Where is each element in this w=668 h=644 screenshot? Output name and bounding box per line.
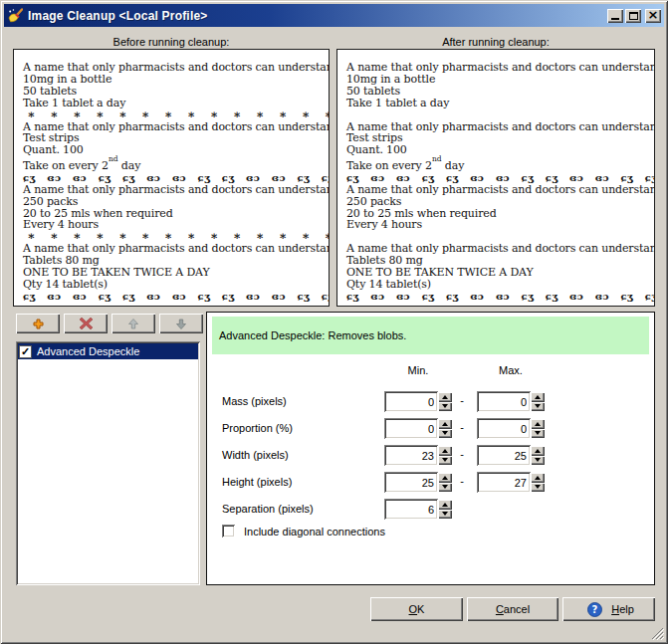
help-icon: ?	[587, 602, 602, 617]
width-row: Width (pixels)-	[207, 445, 654, 466]
list-item-label: Advanced Despeckle	[37, 345, 139, 357]
range-separator: -	[454, 421, 470, 433]
proportion-min-down-button[interactable]	[438, 429, 452, 439]
proportion-max-up-button[interactable]	[531, 419, 545, 429]
close-button[interactable]: ×	[645, 9, 661, 23]
spin-up-icon	[535, 422, 541, 426]
mass-max-input[interactable]	[477, 391, 531, 412]
mass-max-spin-buttons	[531, 392, 545, 411]
mass-row: Mass (pixels)-	[207, 391, 654, 412]
doc-line: Quant. 100	[23, 144, 324, 156]
width-min-spin-buttons	[438, 446, 452, 465]
width-min-input[interactable]	[384, 445, 438, 466]
move-up-button[interactable]	[111, 314, 155, 333]
height-min-down-button[interactable]	[438, 483, 452, 493]
spin-down-icon	[442, 485, 448, 489]
proportion-max-input[interactable]	[477, 418, 531, 439]
width-min-down-button[interactable]	[438, 456, 452, 466]
doc-line: Take on every 2nd day	[346, 156, 649, 172]
height-max-spin-buttons	[531, 473, 545, 492]
include-diagonal-checkbox[interactable]	[222, 525, 235, 537]
resize-grip[interactable]	[651, 627, 664, 640]
minimize-icon	[611, 18, 619, 20]
proportion-row: Proportion (%)-	[207, 418, 654, 439]
doc-line: ∗ ∗ ∗ ∗ ∗ ∗ ∗ ∗ ∗ ∗ ∗ ∗ ∗ ∗ ∗	[23, 109, 324, 121]
mass-min-input[interactable]	[384, 391, 438, 412]
height-min-up-button[interactable]	[438, 473, 452, 483]
range-separator: -	[454, 394, 470, 406]
broom-icon	[7, 8, 23, 24]
height-min-spin-buttons	[438, 473, 452, 492]
proportion-max-down-button[interactable]	[531, 429, 545, 439]
doc-line: 250 packs	[23, 196, 324, 208]
spin-up-icon	[442, 476, 448, 480]
height-max-down-button[interactable]	[531, 483, 545, 493]
doc-line: 250 packs	[346, 196, 649, 208]
proportion-min-input[interactable]	[384, 418, 438, 439]
mass-min-spin-buttons	[438, 392, 452, 411]
spin-down-icon	[442, 512, 448, 516]
height-max-input[interactable]	[477, 472, 531, 493]
doc-line: A name that only pharmacists and doctors…	[23, 184, 324, 196]
proportion-min-spinner	[384, 418, 452, 439]
image-cleanup-dialog: Image Cleanup <Local Profile> × Before r…	[0, 0, 668, 644]
width-label: Width (pixels)	[222, 449, 289, 461]
doc-line: Qty 14 tablet(s)	[23, 279, 324, 291]
mass-max-spinner	[477, 391, 545, 412]
maximize-icon	[629, 12, 638, 20]
mass-min-down-button[interactable]	[438, 402, 452, 412]
include-diagonal-label: Include diagonal connections	[244, 526, 385, 537]
width-max-input[interactable]	[477, 445, 531, 466]
proportion-min-up-button[interactable]	[438, 419, 452, 429]
separation-label: Separation (pixels)	[222, 503, 314, 515]
svg-text:?: ?	[592, 604, 598, 615]
spin-down-icon	[535, 458, 541, 462]
ok-button[interactable]: OK	[370, 597, 463, 621]
spin-down-icon	[535, 485, 541, 489]
spin-down-icon	[442, 404, 448, 408]
proportion-label: Proportion (%)	[222, 422, 293, 434]
height-max-spinner	[477, 472, 545, 493]
width-min-up-button[interactable]	[438, 446, 452, 456]
help-button[interactable]: ? Help	[562, 597, 655, 621]
doc-line: Every 4 hours	[346, 219, 649, 231]
proportion-min-spin-buttons	[438, 419, 452, 438]
width-max-spinner	[477, 445, 545, 466]
cancel-button[interactable]: Cancel	[467, 597, 558, 621]
spin-up-icon	[535, 395, 541, 399]
doc-line: ɕʒ ɞɔ ɞɔ ɕʒ ɕʒ ɞɔ ɞɔ ɕʒ ɕʒ ɞɔ ɞɔ ɕʒ ɕʒ ɞ…	[346, 291, 649, 303]
width-max-up-button[interactable]	[531, 446, 545, 456]
min-column-header: Min.	[384, 364, 452, 376]
separation-min-down-button[interactable]	[438, 510, 452, 520]
minimize-button[interactable]	[607, 9, 623, 23]
add-button[interactable]	[16, 314, 60, 333]
spin-up-icon	[442, 395, 448, 399]
maximize-button[interactable]	[625, 9, 641, 23]
separation-min-input[interactable]	[384, 499, 438, 520]
separation-min-up-button[interactable]	[438, 500, 452, 510]
proportion-max-spinner	[477, 418, 545, 439]
doc-line: ɕʒ ɞɔ ɞɔ ɕʒ ɕʒ ɞɔ ɞɔ ɕʒ ɕʒ ɞɔ ɞɔ ɕʒ ɕʒ ɞ…	[346, 172, 649, 184]
list-item[interactable]: ✓Advanced Despeckle	[18, 343, 198, 359]
height-max-up-button[interactable]	[531, 473, 545, 483]
doc-line: ɕʒ ɞɔ ɞɔ ɕʒ ɕʒ ɞɔ ɞɔ ɕʒ ɕʒ ɞɔ ɞɔ ɕʒ ɕʒ ɞ…	[23, 172, 324, 184]
mass-min-spinner	[384, 391, 452, 412]
move-down-button[interactable]	[159, 314, 203, 333]
filter-listbox: ✓Advanced Despeckle	[16, 341, 200, 585]
arrow-down-icon	[176, 319, 186, 329]
height-row: Height (pixels)-	[207, 472, 654, 493]
height-min-input[interactable]	[384, 472, 438, 493]
spin-up-icon	[442, 422, 448, 426]
mass-max-up-button[interactable]	[531, 392, 545, 402]
mass-max-down-button[interactable]	[531, 402, 545, 412]
spin-down-icon	[442, 431, 448, 435]
delete-button[interactable]	[64, 314, 108, 333]
filter-checkbox[interactable]: ✓	[19, 345, 32, 358]
width-max-down-button[interactable]	[531, 456, 545, 466]
doc-line: Take 1 tablet a day	[346, 98, 649, 109]
plus-icon	[33, 319, 44, 329]
title-bar[interactable]: Image Cleanup <Local Profile> ×	[4, 4, 664, 27]
settings-panel: Advanced Despeckle: Removes blobs. Min. …	[206, 312, 655, 585]
doc-line: 50 tablets	[346, 86, 649, 98]
mass-min-up-button[interactable]	[438, 392, 452, 402]
